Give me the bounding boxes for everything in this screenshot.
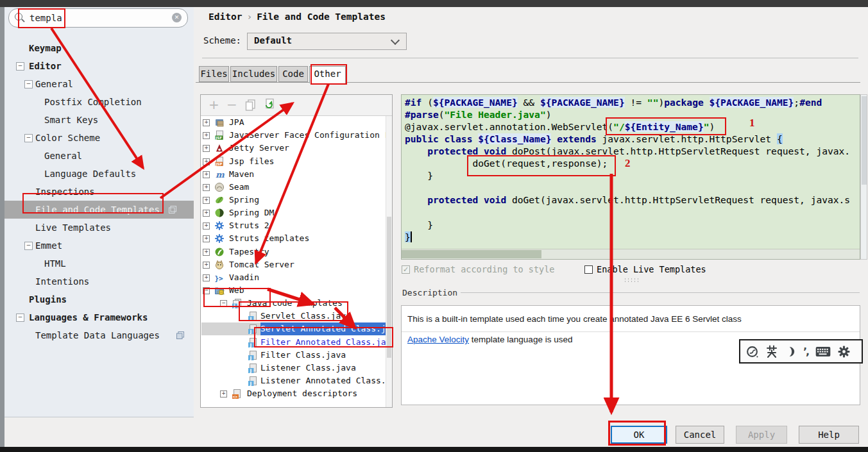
collapse-icon[interactable]: − [16,314,24,322]
deploy-icon: <> [232,389,242,399]
sidebar-item-keymap[interactable]: Keymap [4,39,194,57]
tree-item-listener-class-java[interactable]: JListener Class.java [201,362,392,374]
tree-item-listener-annotated-class-j[interactable]: JListener Annotated Class.j [201,374,392,387]
tree-item-struts-2[interactable]: +Struts 2 [201,219,392,232]
svg-text:<>: <> [233,394,238,399]
sidebar-item-general[interactable]: −General [4,75,194,93]
chinese-english-toggle-icon[interactable] [765,345,778,358]
collapse-icon[interactable]: − [24,134,33,142]
sidebar-item-general[interactable]: General [4,147,194,165]
template-editor[interactable]: #if (${PACKAGE_NAME} && ${PACKAGE_NAME} … [401,94,860,260]
expand-icon[interactable]: + [203,274,210,281]
add-template-button[interactable]: + [208,98,219,111]
clear-search-icon[interactable]: ✕ [172,13,182,22]
sidebar-item-template-data-languages[interactable]: Template Data Languages [4,326,194,344]
pages-java-icon: J [232,298,242,308]
apache-velocity-link[interactable]: Apache Velocity [407,335,469,344]
sidebar-item-file-and-code-templates[interactable]: File and Code Templates [4,201,194,219]
sidebar-item-plugins[interactable]: Plugins [4,290,194,308]
remove-template-button[interactable]: − [226,98,237,111]
tree-item-struts-templates[interactable]: +Struts templates [201,232,392,245]
sidebar-item-live-templates[interactable]: Live Templates [4,219,194,237]
expand-icon[interactable]: + [203,171,210,178]
tree-item-servlet-annotated-class-ja[interactable]: JServlet Annotated Class.ja [201,322,392,335]
breadcrumb: Editor›File and Code Templates [208,12,386,22]
code-token: != [625,97,647,108]
scheme-select[interactable]: Default [247,33,407,50]
tree-item-label: Filter Annotated Class.jav [260,336,391,349]
tree-item-jpa[interactable]: +JPA [201,116,392,129]
tree-item-seam[interactable]: +Seam [201,181,392,194]
live-templates-checkbox[interactable] [584,265,593,274]
search-input[interactable] [28,11,159,25]
tree-item-jsp-files[interactable]: +JSPJsp files [201,155,392,168]
collapse-icon[interactable]: − [24,80,33,88]
expand-icon[interactable]: + [203,235,210,242]
expand-icon[interactable]: + [220,390,227,398]
search-box[interactable]: ✕ [8,8,188,28]
expand-icon[interactable]: + [203,145,210,152]
splitter-grip[interactable] [624,278,640,283]
tree-item-deployment-descriptors[interactable]: +<>Deployment descriptors [201,387,392,400]
expand-icon[interactable]: + [203,249,210,256]
tree-item-filter-annotated-class-jav[interactable]: JFilter Annotated Class.jav [201,336,392,349]
expand-icon[interactable]: + [203,222,210,230]
tree-scrollbar[interactable] [386,116,392,407]
tree-item-javaserver-faces-configuration-f[interactable]: +JSFJavaServer Faces Configuration F [201,129,392,142]
expand-icon[interactable]: + [203,262,210,269]
sidebar-item-html[interactable]: HTML [4,255,194,272]
expand-icon[interactable]: + [203,158,210,165]
sidebar-item-language-defaults[interactable]: Language Defaults [4,165,194,183]
reset-to-default-button[interactable] [263,98,276,111]
punctuation-toggle-icon[interactable]: ’, [803,346,808,358]
jump-to-source-icon[interactable] [176,331,185,340]
expand-icon[interactable]: + [203,119,210,126]
settings-gear-icon[interactable] [838,346,850,358]
keyboard-icon[interactable] [815,346,831,357]
tree-item-spring[interactable]: +Spring [201,194,392,206]
expand-icon[interactable]: + [203,210,210,217]
tree-item-spring-dm[interactable]: +Spring DM [201,206,392,219]
reformat-checkbox[interactable]: ✓ [402,265,410,274]
breadcrumb-editor[interactable]: Editor [208,12,242,22]
editor-hscrollbar[interactable] [402,249,860,259]
tree-item-jetty-server[interactable]: +Jetty Server [201,142,392,155]
tab-files[interactable]: Files [199,66,229,82]
copy-template-button[interactable] [244,99,257,111]
tree-item-filter-class-java[interactable]: JFilter Class.java [201,349,392,362]
tree-item-tapestry[interactable]: +Tapestry [201,246,392,258]
java-file-icon: J [248,337,258,347]
collapse-icon[interactable]: − [16,62,24,71]
sidebar-item-color-scheme[interactable]: −Color Scheme [4,129,194,147]
expand-icon[interactable]: + [203,132,210,139]
tree-item-servlet-class-java[interactable]: JServlet Class.java [201,310,392,322]
help-button[interactable]: Help [799,426,859,444]
tree-item-java-code-templates[interactable]: −JJava code templates [201,297,392,310]
sidebar-item-languages-frameworks[interactable]: −Languages & Frameworks [4,308,194,326]
sogou-logo-icon[interactable] [746,346,758,358]
tab-other[interactable]: Other [309,66,346,83]
sidebar-item-inspections[interactable]: Inspections [4,183,194,201]
jump-to-source-icon[interactable] [168,205,177,214]
sidebar-item-emmet[interactable]: −Emmet [4,237,194,255]
tree-item-web[interactable]: −Web [201,284,392,297]
tab-includes[interactable]: Includes [230,66,277,82]
sidebar-item-postfix-completion[interactable]: Postfix Completion [4,93,194,111]
collapse-icon[interactable]: − [24,242,33,250]
svg-text:JSP: JSP [215,162,222,167]
expand-icon[interactable]: + [203,184,210,191]
sidebar-item-intentions[interactable]: Intentions [4,272,194,290]
tree-item-tomcat-server[interactable]: +Tomcat Server [201,258,392,271]
tree-item-maven[interactable]: +mMaven [201,168,392,181]
sidebar-item-editor[interactable]: −Editor [4,57,194,75]
tree-item-vaadin[interactable]: +}>Vaadin [201,271,392,284]
sidebar-item-smart-keys[interactable]: Smart Keys [4,111,194,129]
cancel-button[interactable]: Cancel [676,426,724,444]
editor-vscrollbar[interactable] [860,94,867,260]
expand-icon[interactable]: + [203,197,210,204]
tab-code[interactable]: Code [278,66,308,82]
moon-icon[interactable] [785,346,796,357]
collapse-icon[interactable]: − [220,300,227,307]
collapse-icon[interactable]: − [203,287,210,294]
ok-button[interactable]: OK [611,426,667,444]
